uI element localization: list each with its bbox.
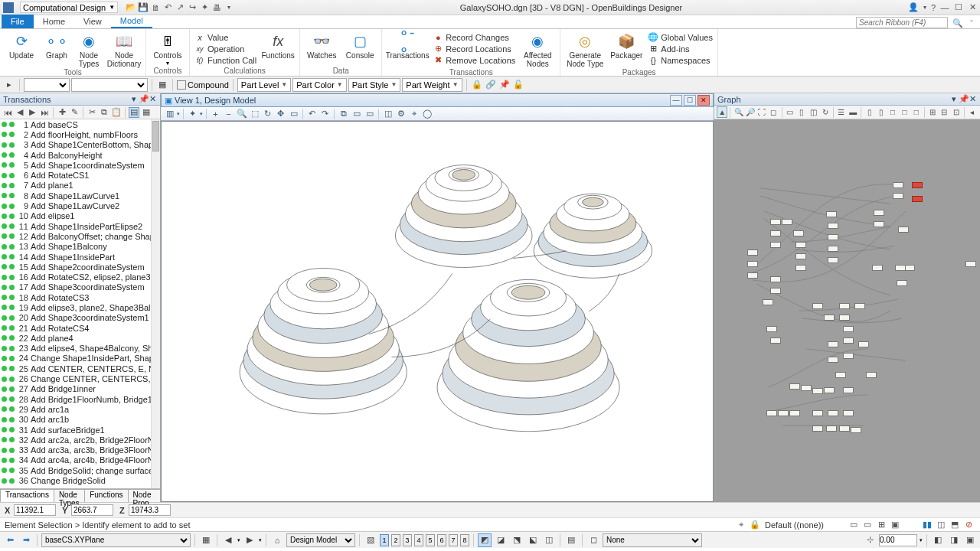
transaction-row[interactable]: 23Add elipse4, Shape4Balcony, Shape4Ins bbox=[0, 344, 160, 354]
gt-i-icon[interactable]: ⊟ bbox=[939, 106, 949, 118]
gt-h-icon[interactable]: ⊞ bbox=[927, 106, 938, 118]
console-button[interactable]: ▢Console bbox=[343, 31, 377, 60]
namespaces-button[interactable]: {}Namespaces bbox=[648, 54, 713, 66]
watches-button[interactable]: 👓Watches bbox=[305, 31, 338, 60]
part-color-combo[interactable]: Part Color▼ bbox=[292, 78, 346, 92]
transaction-row[interactable]: 14Add Shape1InsidePart bbox=[0, 252, 160, 262]
gt-frame-icon[interactable]: ◻ bbox=[768, 106, 779, 118]
graph-node[interactable] bbox=[866, 372, 877, 378]
panel-close-icon[interactable]: ✕ bbox=[968, 94, 977, 104]
tx-first-icon[interactable]: ⏮ bbox=[2, 107, 13, 118]
chevron-down-icon[interactable]: ▾ bbox=[237, 537, 240, 543]
cs-combo[interactable]: baseCS.XYPlane bbox=[41, 533, 191, 547]
back-icon[interactable]: ⬅ bbox=[3, 533, 17, 547]
gt-e-icon[interactable]: □ bbox=[887, 106, 898, 118]
tx-edit-icon[interactable]: ✎ bbox=[69, 107, 80, 118]
mode-d-icon[interactable]: ⬕ bbox=[526, 533, 540, 547]
panel-menu-icon[interactable]: ▾ bbox=[949, 94, 959, 104]
mode-c-icon[interactable]: ⬔ bbox=[510, 533, 524, 547]
graph-node[interactable] bbox=[893, 193, 903, 199]
part-weight-combo[interactable]: Part Weight▼ bbox=[402, 78, 462, 92]
transaction-row[interactable]: 3Add Shape1CenterBottom, Shape2Cent bbox=[0, 140, 160, 150]
gt-refresh-icon[interactable]: ↻ bbox=[820, 106, 831, 118]
transactions-panel-header[interactable]: Transactions ▾ 📌 ✕ bbox=[0, 93, 160, 106]
graph-node[interactable] bbox=[874, 210, 884, 216]
btab-node-types[interactable]: Node Types bbox=[54, 489, 85, 502]
user-icon[interactable]: 👤 bbox=[908, 2, 919, 12]
graph-node[interactable] bbox=[843, 326, 854, 332]
update-button[interactable]: ⟳Update bbox=[5, 31, 38, 60]
chevron-down-icon[interactable]: ▾ bbox=[177, 111, 180, 117]
qat-more-icon[interactable]: ▾ bbox=[224, 2, 234, 13]
sb-c-icon[interactable]: ⊞ bbox=[875, 520, 887, 530]
compound-checkbox[interactable] bbox=[177, 80, 186, 90]
graph-node[interactable] bbox=[839, 425, 850, 432]
transactions-list[interactable]: 1Add baseCS2Add floorHeight, numbFloors3… bbox=[0, 119, 160, 488]
graph-node[interactable] bbox=[812, 303, 823, 309]
gt-layout3-icon[interactable]: ◫ bbox=[808, 106, 818, 118]
view-6-button[interactable]: 6 bbox=[437, 534, 446, 546]
qat-arrow-icon[interactable]: ↗ bbox=[175, 2, 185, 13]
graph-node[interactable] bbox=[826, 425, 837, 432]
maximize-button[interactable]: ☐ bbox=[954, 2, 963, 12]
ribbon-search[interactable] bbox=[856, 17, 948, 28]
view-1-button[interactable]: 1 bbox=[380, 534, 389, 546]
transaction-row[interactable]: 1Add baseCS bbox=[0, 119, 160, 129]
transaction-row[interactable]: 6Add RotateCS1 bbox=[0, 170, 160, 180]
graph-node[interactable] bbox=[766, 410, 777, 416]
sb-b-icon[interactable]: ▭ bbox=[861, 520, 874, 530]
graph-node[interactable] bbox=[812, 388, 823, 394]
vt-d-icon[interactable]: ⌖ bbox=[408, 108, 420, 119]
graph-node[interactable] bbox=[828, 246, 838, 252]
graph-node[interactable] bbox=[898, 227, 909, 233]
lock2-icon[interactable]: 🔓 bbox=[512, 79, 524, 91]
transaction-row[interactable]: 12Add BalconyOffset; change Shape1Insid bbox=[0, 231, 160, 241]
btab-node-prop[interactable]: Node Prop... bbox=[128, 489, 161, 502]
graph-node[interactable] bbox=[826, 211, 837, 217]
transaction-row[interactable]: 11Add Shape1InsidePartElipse2 bbox=[0, 221, 160, 231]
close-button[interactable]: ✕ bbox=[968, 2, 977, 12]
view-7-button[interactable]: 7 bbox=[449, 534, 458, 546]
part-style-combo[interactable]: Part Style▼ bbox=[348, 78, 401, 92]
user-chevron-icon[interactable]: ▾ bbox=[923, 4, 926, 11]
graph-node[interactable] bbox=[824, 387, 835, 393]
sb-stop-icon[interactable]: ⊘ bbox=[962, 520, 975, 530]
graph-node[interactable] bbox=[770, 230, 781, 236]
global-values-button[interactable]: 🌐Global Values bbox=[648, 31, 713, 43]
vt-clip-icon[interactable]: ◫ bbox=[382, 108, 394, 119]
opt-icon[interactable]: ◻ bbox=[586, 533, 600, 547]
graph-node[interactable] bbox=[770, 288, 781, 294]
file-tab[interactable]: File bbox=[2, 15, 34, 28]
panel-pin-icon[interactable]: 📌 bbox=[959, 94, 968, 104]
gt-j-icon[interactable]: ⊡ bbox=[950, 106, 961, 118]
vt-zoomin-icon[interactable]: + bbox=[210, 108, 221, 119]
axis-icon[interactable]: ⊹ bbox=[863, 533, 877, 547]
gt-layout2-icon[interactable]: ▯ bbox=[796, 106, 807, 118]
view-close-button[interactable]: ✕ bbox=[697, 95, 710, 106]
vt-rotate-icon[interactable]: ↻ bbox=[262, 108, 273, 119]
gt-g-icon[interactable]: □ bbox=[911, 106, 922, 118]
lock-icon[interactable]: 🔒 bbox=[471, 79, 483, 91]
transaction-row[interactable]: 32Add arc2a, arc2b, Bridge2FloorNumb, B bbox=[0, 435, 160, 445]
sb-d-icon[interactable]: ▣ bbox=[889, 520, 901, 530]
transaction-row[interactable]: 17Add Shape3coordinateSystem bbox=[0, 282, 160, 292]
view-5-button[interactable]: 5 bbox=[426, 534, 435, 546]
ribbon-collapse-icon[interactable]: ˇ bbox=[966, 19, 977, 28]
graph-node[interactable] bbox=[858, 341, 869, 347]
tab-home[interactable]: Home bbox=[34, 15, 74, 28]
qat-save-icon[interactable]: 💾 bbox=[138, 2, 149, 13]
workflow-dropdown[interactable]: Computational Design ▼ bbox=[20, 2, 118, 13]
graph-node[interactable] bbox=[747, 272, 758, 279]
gt-f-icon[interactable]: □ bbox=[899, 106, 910, 118]
graph-node[interactable] bbox=[770, 219, 781, 225]
transaction-row[interactable]: 27Add Bridge1inner bbox=[0, 384, 160, 394]
gt-a-icon[interactable]: ☰ bbox=[836, 106, 847, 118]
btab-transactions[interactable]: Transactions bbox=[0, 489, 54, 502]
vt-b-icon[interactable]: ▭ bbox=[364, 108, 375, 119]
end-a-icon[interactable]: ◧ bbox=[931, 533, 945, 547]
graph-node[interactable] bbox=[965, 261, 976, 267]
coord-z-input[interactable] bbox=[129, 504, 171, 516]
scrollbar-thumb[interactable] bbox=[152, 121, 159, 152]
view-2-button[interactable]: 2 bbox=[391, 534, 400, 546]
graph-node[interactable] bbox=[763, 299, 773, 305]
